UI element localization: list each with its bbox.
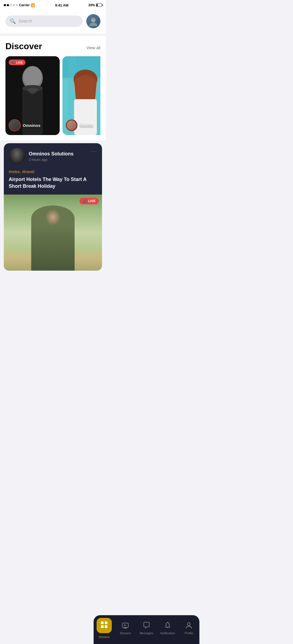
search-bar[interactable]: 🔍 Search [5, 15, 82, 27]
feed-tags: #relex, #travel [9, 169, 97, 174]
status-left: Carrier 📶 [4, 3, 35, 7]
feed-avatar-inner [9, 148, 25, 164]
feed-user-text: Omninos Solutions 2 hours ago [29, 151, 74, 162]
card-1-avatar [9, 119, 21, 131]
feed-person-figure [31, 205, 75, 271]
feed-more-button[interactable]: ··· [91, 148, 97, 154]
card-2-avatar-inner [67, 120, 77, 130]
svg-point-5 [23, 66, 42, 87]
search-placeholder: Search [18, 19, 32, 24]
card-1-avatar-inner [10, 120, 20, 130]
search-icon: 🔍 [10, 18, 16, 24]
feed-live-badge: 📹 LIVE [79, 198, 99, 204]
header: 🔍 Search [0, 10, 106, 34]
discover-scroll: 📹 LIVE Omninos [5, 56, 100, 140]
feed-post-image: 📹 LIVE [4, 195, 102, 271]
card-2-user: Seema [66, 119, 93, 131]
status-time: 9:41 AM [55, 3, 68, 7]
discover-card-2[interactable]: Seema [62, 56, 100, 135]
feed-username: Omninos Solutions [29, 151, 74, 157]
svg-point-0 [91, 18, 95, 23]
card-1-username: Omninos [23, 123, 40, 128]
discover-title: Discover [5, 41, 42, 51]
wifi-icon: 📶 [31, 3, 35, 7]
status-bar: Carrier 📶 9:41 AM 20% [0, 0, 106, 10]
camera-icon: 📹 [11, 61, 15, 64]
card-2-avatar [66, 119, 78, 131]
signal-dot-3 [10, 4, 12, 6]
carrier-label: Carrier [19, 3, 30, 7]
feed-header: Omninos Solutions 2 hours ago ··· [9, 148, 97, 164]
battery-icon [96, 4, 102, 7]
signal-dot-5 [16, 4, 18, 6]
battery-label: 20% [88, 3, 95, 7]
view-all-button[interactable]: View all [87, 45, 100, 50]
feed-post-title: Airport Hotels The Way To Start A Short … [9, 176, 97, 190]
feed-user-info: Omninos Solutions 2 hours ago [9, 148, 74, 164]
signal-indicator [4, 4, 18, 6]
live-badge-1: 📹 LIVE [9, 60, 26, 65]
feed-camera-icon: 📹 [83, 199, 87, 203]
feed-scene-bg [4, 195, 102, 271]
feed-section: Omninos Solutions 2 hours ago ··· #relex… [4, 143, 102, 271]
discover-section: Discover View all 📹 LIVE [0, 36, 106, 140]
feed-avatar [9, 148, 25, 164]
discover-header: Discover View all [5, 41, 100, 51]
status-right: 20% [88, 3, 102, 7]
card-1-user: Omninos [9, 119, 40, 131]
signal-dot-2 [7, 4, 9, 6]
discover-card-1[interactable]: 📹 LIVE Omninos [5, 56, 60, 135]
card-2-username: Seema [80, 123, 93, 128]
battery-fill [97, 4, 98, 6]
signal-dot-4 [13, 4, 15, 6]
user-avatar[interactable] [86, 14, 100, 28]
feed-time: 2 hours ago [29, 158, 74, 162]
svg-rect-2 [92, 18, 95, 19]
svg-point-1 [90, 23, 97, 26]
signal-dot-1 [4, 4, 6, 6]
